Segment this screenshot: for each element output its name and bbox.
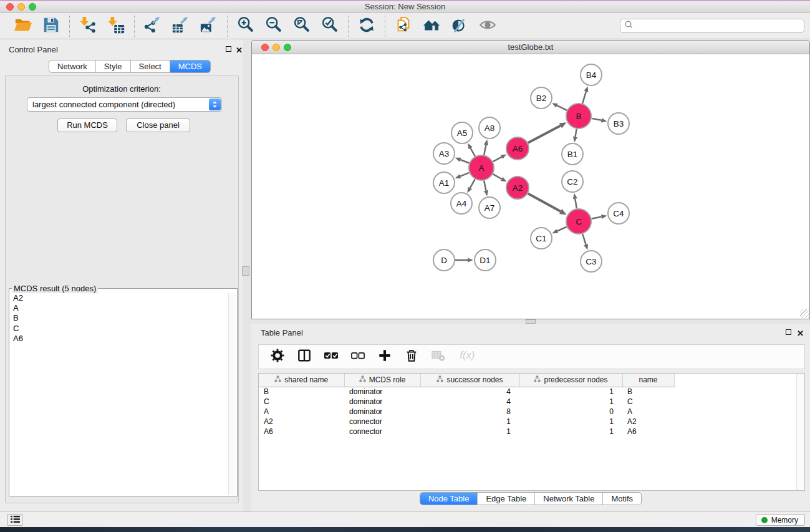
graph-node-C[interactable]: C xyxy=(566,209,591,234)
zoom-fit-icon xyxy=(292,16,311,37)
run-mcds-button[interactable]: Run MCDS xyxy=(57,118,117,132)
table-scrollbar[interactable] xyxy=(796,374,804,490)
delete-column-icon xyxy=(405,349,418,365)
svg-text:D1: D1 xyxy=(480,256,490,265)
network-zoom-button[interactable] xyxy=(284,44,291,51)
refresh-button[interactable] xyxy=(357,17,376,36)
open-folder-button[interactable] xyxy=(14,17,32,36)
tab-select[interactable]: Select xyxy=(130,60,170,72)
tab-motifs[interactable]: Motifs xyxy=(602,493,641,505)
zoom-in-button[interactable] xyxy=(236,17,255,36)
tab-network[interactable]: Network xyxy=(49,60,95,72)
resize-grip[interactable] xyxy=(800,309,809,318)
network-canvas[interactable]: B4B2BB3A8A5A6A3B1AC2A1A2A4A7C4CC1C3DD1 xyxy=(252,54,809,319)
control-panel-title: Control Panel xyxy=(9,45,58,54)
graph-node-C3[interactable]: C3 xyxy=(581,251,602,272)
mcds-result-scrollbar[interactable] xyxy=(228,293,236,495)
criterion-dropdown[interactable]: largest connected component (directed) xyxy=(27,97,222,112)
import-network-button[interactable] xyxy=(79,17,97,36)
select-all-button[interactable] xyxy=(324,349,338,365)
graph-node-B3[interactable]: B3 xyxy=(608,113,629,134)
graph-node-B2[interactable]: B2 xyxy=(531,87,552,109)
graph-node-A1[interactable]: A1 xyxy=(433,172,455,193)
graph-node-C2[interactable]: C2 xyxy=(562,171,583,192)
column-header-predecessor-nodes[interactable]: predecessor nodes xyxy=(519,374,622,387)
open-folder-icon xyxy=(14,16,32,37)
graph-node-B1[interactable]: B1 xyxy=(562,143,583,165)
table-row[interactable]: Adominator80A xyxy=(259,407,674,417)
new-network-from-selection-button[interactable] xyxy=(394,17,413,36)
home-button[interactable] xyxy=(422,17,441,36)
divider-grip[interactable] xyxy=(526,319,536,324)
import-table-button[interactable] xyxy=(107,17,125,36)
tab-network-table[interactable]: Network Table xyxy=(534,493,602,505)
graph-node-C1[interactable]: C1 xyxy=(531,228,552,249)
select-all-icon xyxy=(324,349,338,365)
zoom-selected-button[interactable] xyxy=(321,17,339,36)
save-button[interactable] xyxy=(42,17,60,36)
column-header-mcds-role[interactable]: MCDS role xyxy=(344,374,420,387)
eye-button[interactable] xyxy=(478,17,497,36)
zoom-fit-button[interactable] xyxy=(292,17,311,36)
table-row[interactable]: A6connector11A6 xyxy=(259,427,674,437)
close-panel-button[interactable]: Close panel xyxy=(126,118,190,132)
graph-node-A[interactable]: A xyxy=(469,155,494,180)
minimize-window-button[interactable] xyxy=(17,3,25,11)
graph-node-A5[interactable]: A5 xyxy=(451,122,473,143)
network-minimize-button[interactable] xyxy=(272,44,280,51)
mcds-result-item[interactable]: A xyxy=(13,303,228,313)
zoom-out-button[interactable] xyxy=(264,17,283,36)
tab-edge-table[interactable]: Edge Table xyxy=(477,493,534,505)
close-panel-icon[interactable]: ✕ xyxy=(797,331,804,336)
network-window-titlebar[interactable]: testGlobe.txt xyxy=(252,41,809,54)
window-titlebar[interactable]: Session: New Session xyxy=(0,1,810,13)
export-table-button[interactable] xyxy=(171,17,190,36)
vertical-split-divider[interactable] xyxy=(243,39,251,511)
export-network-button[interactable] xyxy=(143,17,162,36)
mcds-result-item[interactable]: C xyxy=(13,324,228,334)
graph-node-A6[interactable]: A6 xyxy=(506,137,529,160)
close-window-button[interactable] xyxy=(6,3,14,11)
column-header-shared-name[interactable]: shared name xyxy=(259,374,344,387)
toggle-graphics-details-button[interactable] xyxy=(450,17,469,36)
columns-button[interactable] xyxy=(297,349,311,365)
tab-style[interactable]: Style xyxy=(95,60,130,72)
graph-node-A3[interactable]: A3 xyxy=(433,143,455,164)
graph-node-B[interactable]: B xyxy=(566,104,591,128)
close-panel-icon[interactable]: ✕ xyxy=(236,47,243,53)
divider-grip[interactable] xyxy=(242,266,249,276)
delete-column-button[interactable] xyxy=(405,349,418,365)
column-header-name[interactable]: name xyxy=(622,374,674,387)
graph-node-A8[interactable]: A8 xyxy=(479,117,500,138)
task-history-button[interactable] xyxy=(7,514,22,526)
column-header-successor-nodes[interactable]: successor nodes xyxy=(420,374,519,387)
gear-button[interactable] xyxy=(271,349,284,365)
memory-button[interactable]: Memory xyxy=(756,514,805,526)
graph-node-D[interactable]: D xyxy=(433,249,455,271)
horizontal-split-divider[interactable] xyxy=(251,319,810,324)
float-panel-icon[interactable] xyxy=(786,329,791,335)
search-input[interactable] xyxy=(634,20,804,32)
graph-node-B4[interactable]: B4 xyxy=(581,64,602,85)
mcds-result-item[interactable]: A2 xyxy=(13,293,228,303)
deselect-all-button[interactable] xyxy=(351,349,365,365)
search-field[interactable] xyxy=(620,19,804,33)
table-row[interactable]: Cdominator41C xyxy=(259,397,674,407)
graph-node-A7[interactable]: A7 xyxy=(479,197,500,218)
export-image-button[interactable] xyxy=(200,17,218,36)
graph-node-A2[interactable]: A2 xyxy=(506,177,529,199)
float-panel-icon[interactable] xyxy=(226,46,231,52)
table-row[interactable]: A2connector11A2 xyxy=(259,417,674,427)
tab-mcds[interactable]: MCDS xyxy=(170,60,210,72)
graph-node-D1[interactable]: D1 xyxy=(475,249,496,271)
svg-text:C: C xyxy=(576,217,582,226)
graph-node-A4[interactable]: A4 xyxy=(451,193,472,214)
tab-node-table[interactable]: Node Table xyxy=(420,493,478,505)
mcds-result-item[interactable]: B xyxy=(13,313,228,323)
zoom-window-button[interactable] xyxy=(29,3,36,11)
network-close-button[interactable] xyxy=(261,44,269,51)
table-row[interactable]: Bdominator41B xyxy=(259,387,674,397)
graph-node-C4[interactable]: C4 xyxy=(608,203,629,224)
mcds-result-item[interactable]: A6 xyxy=(13,334,228,344)
add-column-button[interactable] xyxy=(378,349,392,365)
